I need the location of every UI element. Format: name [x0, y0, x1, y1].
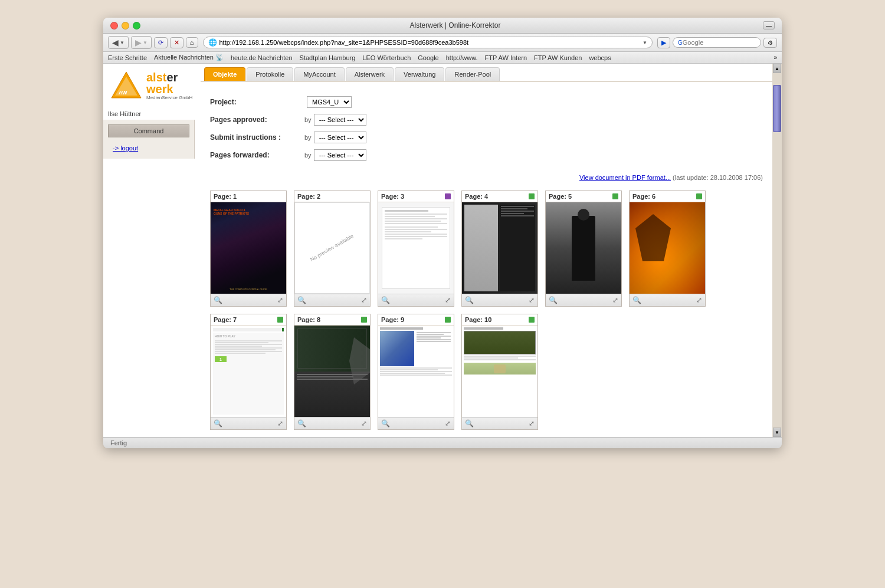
back-button[interactable]: ◀ ▼ [108, 36, 129, 49]
page-3-expand-icon[interactable]: ⤢ [445, 296, 451, 304]
page-1-image[interactable]: METAL GEAR SOLID 4GUNS OF THE PATRIOTS T… [211, 202, 286, 294]
page-5-person-body [572, 216, 595, 281]
extensions-button[interactable]: ⚙ [763, 38, 777, 48]
page-7-image[interactable]: HOW TO PLAY 1 [211, 326, 286, 417]
page-10-header: Page: 10 [462, 314, 537, 326]
close-button[interactable] [110, 22, 118, 29]
bookmark-heute[interactable]: heute.de Nachrichten [231, 54, 293, 61]
page-6-zoom-icon[interactable]: 🔍 [632, 296, 641, 304]
page-10-image[interactable] [462, 326, 537, 417]
page-2-expand-icon[interactable]: ⤢ [361, 296, 367, 304]
back-dropdown-icon[interactable]: ▼ [120, 40, 124, 45]
maximize-button[interactable] [133, 22, 140, 29]
reload-button[interactable]: ⟳ [154, 37, 168, 48]
page-5-expand-icon[interactable]: ⤢ [612, 296, 618, 304]
page-9-footer: 🔍 ⤢ [378, 417, 454, 429]
last-update: (last update: 28.10.2008 17:06) [673, 174, 763, 181]
page-7-expand-icon[interactable]: ⤢ [277, 419, 283, 428]
window-controls [110, 22, 140, 29]
tab-verwaltung[interactable]: Verwaltung [395, 67, 444, 81]
page-7-content: HOW TO PLAY 1 [213, 333, 284, 415]
page-1-zoom-icon[interactable]: 🔍 [214, 296, 222, 304]
more-bookmarks-icon[interactable]: » [773, 54, 777, 61]
address-input[interactable] [219, 39, 641, 46]
bookmark-nachrichten[interactable]: Aktuelle Nachrichten 📡 [154, 54, 224, 61]
alsterwerk-logo-icon: AW [110, 70, 143, 102]
page-6-expand-icon[interactable]: ⤢ [696, 296, 702, 304]
page-10-expand-icon[interactable]: ⤢ [529, 419, 535, 428]
submit-instructions-by: by [304, 134, 312, 141]
page-8-image[interactable] [294, 326, 370, 417]
page-3-zoom-icon[interactable]: 🔍 [381, 296, 390, 304]
page-10-zoom-icon[interactable]: 🔍 [465, 419, 474, 428]
user-name: Ilse Hüttner [103, 108, 201, 120]
address-dropdown-icon[interactable]: ▼ [643, 40, 647, 45]
bookmark-leo[interactable]: LEO Wörterbuch [362, 54, 411, 61]
scroll-down-button[interactable]: ▼ [773, 428, 781, 437]
minimize-button[interactable] [122, 22, 129, 29]
scroll-up-button[interactable]: ▲ [773, 64, 781, 73]
tab-renderpool[interactable]: Render-Pool [445, 67, 500, 81]
page-3-lines [385, 210, 447, 239]
forward-button[interactable]: ▶ ▼ [131, 36, 152, 49]
tab-myaccount[interactable]: MyAccount [294, 67, 344, 81]
page-6-image[interactable] [630, 202, 705, 294]
project-select[interactable]: MGS4_U [307, 96, 352, 108]
sidebar-command-label: Command [108, 124, 189, 137]
address-bar: 🌐 ▼ [203, 37, 653, 48]
page-8-expand-icon[interactable]: ⤢ [361, 419, 367, 428]
logout-link[interactable]: -> logout [113, 144, 138, 152]
page-9-image[interactable] [378, 326, 454, 417]
page-5-zoom-icon[interactable]: 🔍 [549, 296, 558, 304]
bookmark-www[interactable]: http://www. [446, 54, 478, 61]
zoom-button[interactable]: — [763, 21, 775, 29]
page-8-status [361, 317, 367, 323]
logo-subtitle: MedienService GmbH [146, 95, 192, 100]
tab-objekte[interactable]: Objekte [204, 67, 245, 81]
page-6-header: Page: 6 [630, 191, 705, 202]
stop-button[interactable]: ✕ [170, 37, 183, 48]
bookmark-erste[interactable]: Erste Schritte [108, 54, 147, 61]
page-thumb-8: Page: 8 [294, 314, 371, 430]
pages-approved-select[interactable]: --- Select --- [314, 114, 366, 126]
tab-protokolle[interactable]: Protokolle [247, 67, 293, 81]
go-button[interactable]: ▶ [657, 37, 670, 48]
page-8-zoom-icon[interactable]: 🔍 [297, 419, 306, 428]
submit-instructions-control: --- Select --- [314, 132, 366, 143]
tab-alsterwerk[interactable]: Alsterwerk [346, 67, 394, 81]
page-6-status [696, 193, 702, 199]
bookmark-stadtplan[interactable]: Stadtplan Hamburg [300, 54, 356, 61]
page-3-image[interactable] [378, 202, 454, 294]
page-7-number: 1 [215, 356, 227, 362]
page-3-doc [382, 207, 450, 290]
main-nav: Objekte Protokolle MyAccount Alsterwerk … [201, 64, 772, 82]
bookmark-webcps[interactable]: webcps [589, 54, 611, 61]
page-9-zoom-icon[interactable]: 🔍 [381, 419, 390, 428]
browser-window: Alsterwerk | Online-Korrektor — ◀ ▼ ▶ ▼ … [103, 18, 782, 448]
page-4-zoom-icon[interactable]: 🔍 [465, 296, 474, 304]
page-4-expand-icon[interactable]: ⤢ [529, 296, 535, 304]
pdf-link[interactable]: View document in PDF format... [579, 174, 671, 181]
bookmark-google[interactable]: Google [418, 54, 438, 61]
logo: AW alster werk MedienService GmbH [110, 70, 194, 102]
pages-forwarded-label: Pages forwarded: [210, 151, 304, 159]
page-7-zoom-icon[interactable]: 🔍 [214, 419, 222, 428]
scroll-thumb[interactable] [773, 85, 781, 132]
form-row-pages-forwarded: Pages forwarded: by --- Select --- [210, 149, 763, 161]
home-button[interactable]: ⌂ [186, 37, 198, 48]
bookmark-ftp-intern[interactable]: FTP AW Intern [485, 54, 527, 61]
submit-instructions-select[interactable]: --- Select --- [314, 132, 366, 143]
page-1-expand-icon[interactable]: ⤢ [277, 296, 283, 304]
forward-dropdown-icon[interactable]: ▼ [143, 40, 148, 45]
pages-forwarded-by: by [304, 152, 312, 159]
pages-forwarded-select[interactable]: --- Select --- [314, 149, 366, 161]
page-2-image[interactable]: No preview available [294, 202, 370, 294]
scrollbar[interactable]: ▲ ▼ [772, 64, 782, 437]
bookmark-ftp-kunden[interactable]: FTP AW Kunden [534, 54, 582, 61]
page-2-zoom-icon[interactable]: 🔍 [297, 296, 306, 304]
page-5-image[interactable] [546, 202, 621, 294]
search-input[interactable] [683, 39, 764, 46]
page-5-header: Page: 5 [546, 191, 621, 202]
page-9-expand-icon[interactable]: ⤢ [445, 419, 451, 428]
page-4-image[interactable] [462, 202, 537, 294]
